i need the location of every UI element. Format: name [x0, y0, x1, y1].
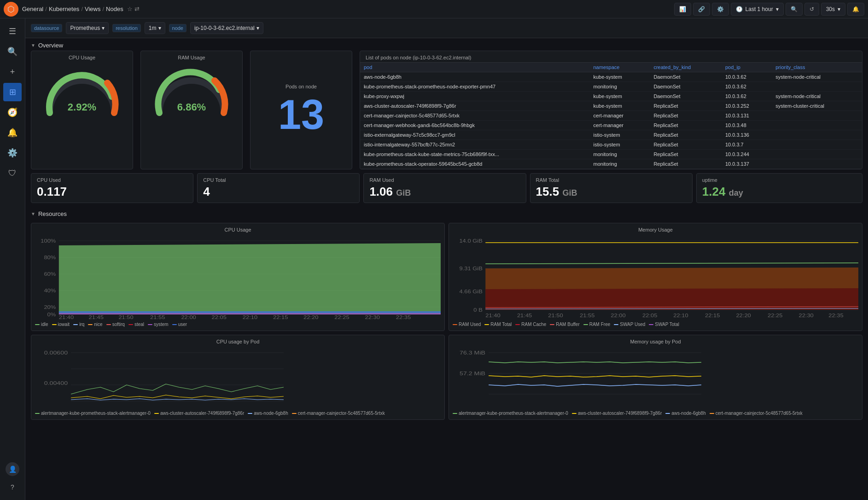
table-row[interactable]: kube-proxy-wxpwjkube-systemDaemonSet10.0… — [360, 92, 862, 101]
table-cell-namespace: istio-system — [590, 130, 650, 140]
sidebar-item-help[interactable]: ? — [3, 478, 22, 496]
sidebar-item-settings[interactable]: ⚙️ — [3, 144, 22, 162]
table-cell-namespace: kube-system — [590, 92, 650, 101]
legend-pod-cert-manager: cert-manager-cainjector-5c48577d65-5rtxk — [292, 411, 385, 416]
resources-header[interactable]: ▼ Resources — [25, 207, 868, 219]
table-row[interactable]: cert-manager-webhook-gandi-6bc564bc8b-9h… — [360, 121, 862, 130]
ram-total-label: RAM Total — [536, 177, 687, 183]
overview-title: Overview — [38, 42, 63, 49]
ram-used-card: RAM Used 1.06 GiB — [363, 173, 526, 203]
col-pod[interactable]: pod — [360, 63, 590, 72]
table-cell-pod_ip: 10.0.3.244 — [722, 150, 772, 159]
zoom-out-btn[interactable]: 🔍 — [786, 3, 803, 16]
cpu-by-pod-title: CPU usage by Pod — [35, 339, 441, 344]
ram-used-value: 1.06 GiB — [369, 185, 520, 199]
col-pod-ip[interactable]: pod_ip — [722, 63, 772, 72]
overview-header[interactable]: ▼ Overview — [25, 38, 868, 51]
node-select[interactable]: ip-10-0-3-62.ec2.internal ▾ — [190, 22, 263, 34]
ram-gauge-svg: 6.86% — [150, 67, 233, 122]
table-row[interactable]: cert-manager-cainjector-5c48577d65-5rtxk… — [360, 111, 862, 121]
resolution-select[interactable]: 1m ▾ — [145, 22, 165, 34]
refresh-interval-btn[interactable]: 30s ▾ — [821, 3, 845, 16]
col-created-by-kind[interactable]: created_by_kind — [650, 63, 722, 72]
col-priority-class[interactable]: priority_class — [772, 63, 862, 72]
table-cell-priority_class: system-node-critical — [772, 72, 862, 82]
svg-text:14.0 GiB: 14.0 GiB — [459, 238, 483, 243]
refresh-btn[interactable]: ↺ — [804, 3, 819, 16]
legend-softirq: softirq — [106, 322, 125, 327]
svg-text:21:55: 21:55 — [150, 315, 165, 320]
sidebar-item-add[interactable]: + — [3, 63, 22, 81]
sidebar-item-menu[interactable]: ☰ — [3, 22, 22, 41]
svg-text:2.92%: 2.92% — [68, 101, 96, 113]
table-row[interactable]: kube-prometheus-stack-kube-state-metrics… — [360, 150, 862, 159]
uptime-card: uptime 1.24 day — [696, 173, 862, 203]
sidebar-item-alerting[interactable]: 🔔 — [3, 123, 22, 142]
svg-text:21:40: 21:40 — [59, 315, 74, 320]
breadcrumb-share-icon[interactable]: ⇄ — [134, 6, 140, 12]
table-row[interactable]: istio-internalgateway-557bcfb77c-25mn2is… — [360, 140, 862, 150]
table-cell-priority_class — [772, 140, 862, 150]
time-range-btn[interactable]: 🕐 Last 1 hour ▾ — [731, 3, 784, 16]
sidebar-item-search[interactable]: 🔍 — [3, 42, 22, 61]
memory-by-pod-title: Memory usage by Pod — [453, 339, 858, 344]
svg-text:100%: 100% — [41, 238, 56, 243]
table-cell-pod_ip: 10.0.3.62 — [722, 92, 772, 101]
svg-text:22:30: 22:30 — [798, 313, 813, 318]
breadcrumb-kubernetes[interactable]: Kubernetes — [49, 6, 80, 12]
main-layout: ☰ 🔍 + ⊞ 🧭 🔔 ⚙️ 🛡 👤 ? datasource Promethe… — [0, 18, 868, 500]
sidebar-item-user[interactable]: 👤 — [6, 462, 19, 476]
table-row[interactable]: aws-node-6gb8hkube-systemDaemonSet10.0.3… — [360, 72, 862, 82]
cpu-chart-svg: 100% 80% 60% 40% 20% 0% 21:40 — [35, 236, 441, 319]
cpu-total-label: CPU Total — [203, 177, 354, 183]
table-row[interactable]: istio-externalgateway-57c5c98cc7-gm9clis… — [360, 130, 862, 140]
sidebar-item-shield[interactable]: 🛡 — [3, 164, 22, 182]
svg-text:22:10: 22:10 — [673, 313, 688, 318]
svg-text:22:35: 22:35 — [828, 313, 843, 318]
breadcrumb-views[interactable]: Views — [85, 6, 100, 12]
uptime-label: uptime — [702, 177, 856, 183]
table-row[interactable]: kube-prometheus-stack-operator-59645bc54… — [360, 159, 862, 169]
cpu-used-card: CPU Used 0.117 — [31, 173, 193, 203]
svg-text:22:05: 22:05 — [211, 315, 226, 320]
svg-text:60%: 60% — [44, 272, 56, 276]
legend-system: system — [148, 322, 169, 327]
node-chevron-icon: ▾ — [256, 25, 259, 31]
legend-irq: irq — [73, 322, 84, 327]
share-btn[interactable]: 🔗 — [693, 3, 710, 16]
table-row[interactable]: aws-cluster-autoscaler-749f6898f9-7g86rk… — [360, 101, 862, 111]
app-logo[interactable]: ⬡ — [4, 2, 18, 17]
notifications-btn[interactable]: 🔔 — [847, 3, 864, 16]
cpu-usage-panel: CPU Usage 2.92% — [31, 51, 133, 169]
breadcrumb-star-icon[interactable]: ☆ — [127, 6, 133, 12]
memory-chart-area: 14.0 GiB 9.31 GiB 4.66 GiB 0 B — [453, 236, 858, 319]
ram-gauge-container: 6.86% — [145, 62, 239, 127]
svg-text:22:20: 22:20 — [736, 313, 751, 318]
top-nav: ⬡ General / Kubernetes / Views / Nodes ☆… — [0, 0, 868, 18]
legend-ram-free: RAM Free — [583, 322, 611, 327]
breadcrumb-general[interactable]: General — [22, 6, 43, 12]
col-namespace[interactable]: namespace — [590, 63, 650, 72]
table-row[interactable]: kube-prometheus-stack-prometheus-node-ex… — [360, 82, 862, 92]
legend-ram-used: RAM Used — [453, 322, 481, 327]
time-range-label: Last 1 hour — [746, 6, 773, 12]
svg-text:21:40: 21:40 — [485, 313, 500, 318]
dashboard-settings-btn[interactable]: 📊 — [674, 3, 691, 16]
legend-nice: nice — [88, 322, 102, 327]
table-cell-pod_ip: 10.0.3.62 — [722, 72, 772, 82]
settings-btn[interactable]: ⚙️ — [712, 3, 729, 16]
pod-charts-grid: CPU usage by Pod 0.00600 0.00400 — [25, 335, 868, 424]
breadcrumb-nodes[interactable]: Nodes — [106, 6, 123, 12]
legend-steal: steal — [128, 322, 144, 327]
pods-on-node-panel: Pods on node 13 — [250, 51, 352, 169]
sidebar-item-explore[interactable]: 🧭 — [3, 103, 22, 122]
table-cell-namespace: monitoring — [590, 150, 650, 159]
cpu-total-value: 4 — [203, 185, 354, 199]
table-cell-namespace: istio-system — [590, 140, 650, 150]
svg-line-41 — [485, 263, 858, 264]
datasource-chevron-icon: ▾ — [102, 25, 105, 31]
datasource-select[interactable]: Prometheus ▾ — [66, 22, 109, 34]
resources-chevron-icon: ▼ — [31, 211, 35, 216]
svg-text:21:45: 21:45 — [517, 313, 532, 318]
sidebar-item-dashboards[interactable]: ⊞ — [3, 83, 22, 101]
